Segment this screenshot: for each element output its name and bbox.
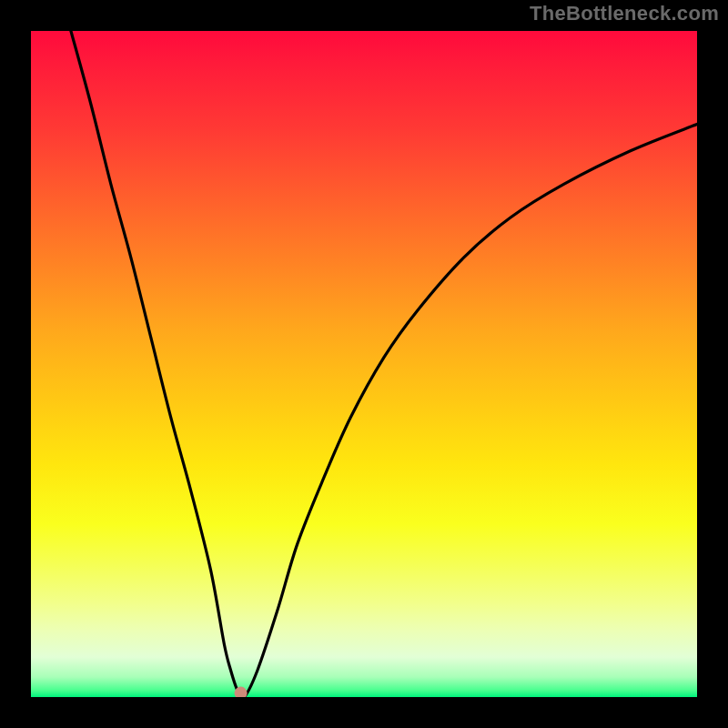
bottleneck-curve (71, 31, 697, 697)
watermark-text: TheBottleneck.com (530, 2, 719, 25)
chart-frame: TheBottleneck.com (0, 0, 728, 728)
curve-layer (31, 31, 697, 697)
plot-area (31, 31, 697, 697)
